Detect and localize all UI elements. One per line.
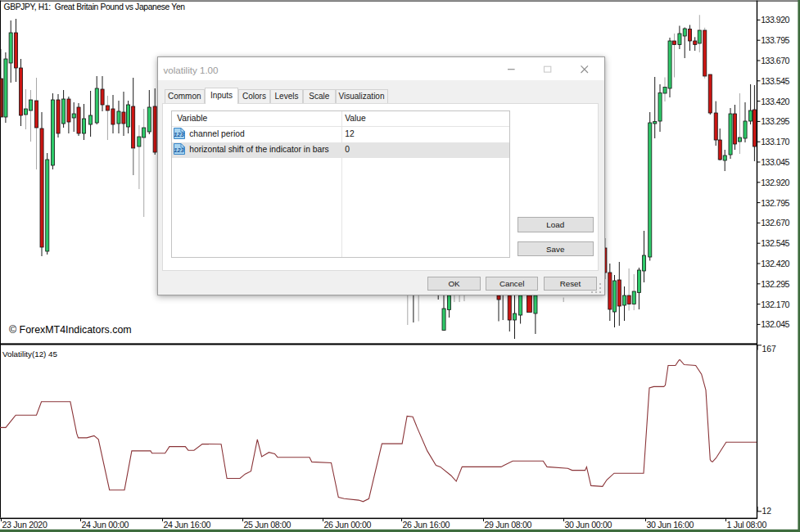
svg-text:30 Jun 00:00: 30 Jun 00:00 bbox=[565, 520, 612, 530]
svg-text:132.295: 132.295 bbox=[761, 279, 789, 289]
svg-text:133.170: 133.170 bbox=[761, 137, 789, 147]
svg-text:1 Jul 08:00: 1 Jul 08:00 bbox=[727, 520, 767, 530]
svg-text:123: 123 bbox=[174, 147, 185, 154]
svg-text:26 Jun 00:00: 26 Jun 00:00 bbox=[324, 520, 372, 530]
svg-text:26 Jun 16:00: 26 Jun 16:00 bbox=[403, 520, 450, 530]
svg-text:133.295: 133.295 bbox=[761, 116, 789, 126]
svg-text:25 Jun 08:00: 25 Jun 08:00 bbox=[244, 520, 292, 530]
svg-text:132.795: 132.795 bbox=[761, 198, 789, 208]
svg-text:132.420: 132.420 bbox=[761, 259, 789, 268]
svg-text:30 Jun 16:00: 30 Jun 16:00 bbox=[647, 520, 694, 530]
svg-text:132.670: 132.670 bbox=[761, 218, 789, 228]
svg-text:24 Jun 16:00: 24 Jun 16:00 bbox=[164, 520, 211, 530]
svg-text:133.420: 133.420 bbox=[761, 97, 789, 106]
svg-text:29 Jun 08:00: 29 Jun 08:00 bbox=[485, 520, 532, 530]
svg-text:133.795: 133.795 bbox=[761, 35, 789, 45]
svg-text:133.545: 133.545 bbox=[761, 76, 789, 86]
svg-text:167: 167 bbox=[762, 345, 777, 354]
svg-text:132.170: 132.170 bbox=[761, 300, 789, 309]
svg-text:132.545: 132.545 bbox=[761, 238, 789, 248]
svg-text:GBPJPY, H1: Great Britain Pou: GBPJPY, H1: Great Britain Pound vs Japan… bbox=[4, 2, 186, 11]
svg-text:© ForexMT4Indicators.com: © ForexMT4Indicators.com bbox=[9, 324, 132, 336]
svg-text:133.920: 133.920 bbox=[761, 15, 789, 25]
svg-text:133.670: 133.670 bbox=[761, 56, 789, 65]
svg-text:132.045: 132.045 bbox=[761, 319, 789, 329]
svg-text:132.920: 132.920 bbox=[761, 178, 789, 187]
svg-text:23 Jun 2020: 23 Jun 2020 bbox=[2, 520, 47, 530]
svg-text:123: 123 bbox=[174, 131, 185, 138]
svg-text:133.045: 133.045 bbox=[761, 157, 789, 167]
svg-text:12: 12 bbox=[762, 507, 772, 516]
svg-text:24 Jun 00:00: 24 Jun 00:00 bbox=[82, 520, 129, 530]
svg-text:Volatility(12) 45: Volatility(12) 45 bbox=[2, 349, 58, 358]
